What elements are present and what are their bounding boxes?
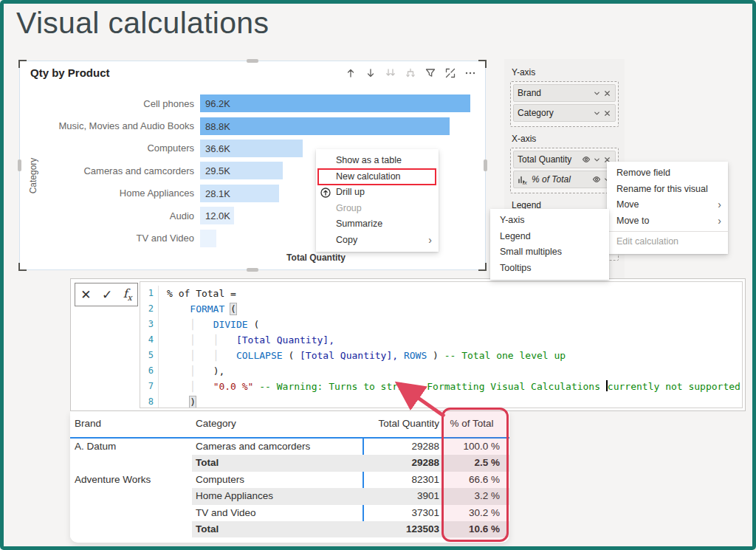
move-to-submenu: Y-axisLegendSmall multiplesTooltips bbox=[490, 209, 609, 280]
table-cell: Home Appliances bbox=[196, 488, 273, 504]
menu-item-move-to[interactable]: Move to› bbox=[607, 213, 728, 230]
matrix-table: Brand Category Total Quantity % of Total… bbox=[70, 411, 509, 543]
resize-handle-left[interactable] bbox=[18, 159, 21, 171]
field-pill-total-quantity[interactable]: Total Quantity bbox=[513, 151, 616, 168]
table-cell: Computers bbox=[196, 472, 244, 488]
menu-item-y-axis[interactable]: Y-axis bbox=[490, 213, 609, 229]
data-bar[interactable] bbox=[200, 94, 470, 112]
eye-icon[interactable] bbox=[592, 175, 601, 184]
menu-item-remove-field[interactable]: Remove field bbox=[607, 165, 728, 182]
eye-icon[interactable] bbox=[582, 155, 591, 164]
menu-item-legend[interactable]: Legend bbox=[490, 229, 609, 245]
field-pill-label: Brand bbox=[518, 88, 591, 98]
data-bar[interactable] bbox=[200, 117, 450, 135]
table-cell: 10.6 % bbox=[443, 521, 504, 537]
column-header-pct-of-total[interactable]: % of Total bbox=[443, 418, 501, 429]
resize-handle-top[interactable] bbox=[247, 59, 258, 63]
arrow-down-icon[interactable] bbox=[365, 67, 377, 79]
code-line: 2 FORMAT ( bbox=[140, 301, 742, 317]
resize-handle-right[interactable] bbox=[484, 159, 487, 171]
chevron-down-icon[interactable] bbox=[593, 109, 601, 117]
chevron-down-icon[interactable] bbox=[593, 89, 601, 97]
menu-item-group: Group bbox=[316, 201, 439, 217]
commit-formula-button[interactable]: ✓ bbox=[102, 287, 112, 303]
table-cell: 3.2 % bbox=[443, 488, 504, 504]
line-number: 8 bbox=[140, 394, 154, 408]
code-text: │ ), bbox=[158, 363, 224, 379]
code-line: 7 │ "0.0 %" -- Warning: Turns to string.… bbox=[140, 379, 742, 394]
dax-code-area[interactable]: 1% of Total =2 FORMAT (3 │ DIVIDE (4 │ │… bbox=[140, 281, 743, 408]
field-pill-category[interactable]: Category bbox=[513, 104, 616, 122]
x-axis-title: Total Quantity bbox=[194, 252, 438, 263]
table-cell: 66.6 % bbox=[443, 472, 504, 488]
menu-item-label: Legend bbox=[500, 231, 531, 241]
field-well-x-axis[interactable]: Total Quantityfx% of Total bbox=[510, 148, 619, 193]
menu-item-new-calculation[interactable]: New calculation bbox=[316, 169, 439, 185]
cancel-formula-button[interactable]: ✕ bbox=[80, 287, 91, 303]
double-arrow-down-icon bbox=[385, 67, 396, 79]
column-header-category[interactable]: Category bbox=[196, 418, 236, 429]
remove-field-icon[interactable] bbox=[603, 109, 611, 117]
menu-item-small-multiples[interactable]: Small multiples bbox=[490, 244, 609, 261]
expand-next-level-icon bbox=[405, 67, 416, 79]
remove-field-icon[interactable] bbox=[603, 89, 611, 97]
focus-mode-icon[interactable] bbox=[444, 67, 456, 79]
chevron-down-icon[interactable] bbox=[593, 156, 601, 164]
code-text: ) bbox=[158, 394, 196, 408]
chart-row: Cell phones96.2K bbox=[26, 92, 473, 114]
category-axis-label: Computers bbox=[26, 142, 200, 154]
arrow-up-icon[interactable] bbox=[345, 67, 357, 79]
table-row[interactable]: A. DatumCameras and camcorders29288100.0… bbox=[70, 439, 509, 455]
field-options-menu: Remove fieldRename for this visualMove›M… bbox=[607, 162, 728, 254]
page: Visual calculations Qty by Product Categ… bbox=[0, 0, 756, 550]
menu-item-label: Summarize bbox=[336, 219, 382, 229]
submenu-chevron-icon: › bbox=[718, 213, 721, 230]
category-axis-label: Audio bbox=[26, 210, 200, 221]
table-cell: Total bbox=[196, 521, 219, 537]
column-header-brand[interactable]: Brand bbox=[75, 418, 101, 429]
visual-header-toolbar bbox=[345, 67, 476, 79]
bar-data-label: 28.1K bbox=[205, 188, 230, 199]
column-header-total-quantity[interactable]: Total Quantity bbox=[363, 418, 439, 429]
selection-corner-top-left bbox=[18, 60, 27, 68]
menu-item-tooltips[interactable]: Tooltips bbox=[490, 261, 609, 277]
field-pill-label: % of Total bbox=[532, 174, 590, 185]
menu-item-label: Copy bbox=[336, 235, 357, 245]
table-cell: 29288 bbox=[363, 439, 439, 455]
table-cell: 2.5 % bbox=[443, 455, 504, 471]
table-row[interactable]: TV and Video3730130.2 % bbox=[70, 505, 509, 521]
menu-item-summarize[interactable]: Summarize bbox=[316, 216, 439, 233]
menu-divider bbox=[607, 231, 728, 232]
bar-data-label: 88.8K bbox=[205, 120, 230, 131]
menu-item-label: Y-axis bbox=[500, 215, 525, 225]
line-number: 1 bbox=[140, 286, 154, 301]
menu-item-copy[interactable]: Copy› bbox=[316, 233, 439, 249]
field-pill-brand[interactable]: Brand bbox=[513, 84, 616, 102]
menu-item-move[interactable]: Move› bbox=[607, 197, 728, 213]
table-row[interactable]: Total12350310.6 % bbox=[70, 521, 509, 537]
category-axis-label: Cell phones bbox=[26, 98, 200, 109]
filter-icon[interactable] bbox=[425, 67, 436, 79]
code-text: % of Total = bbox=[158, 286, 236, 301]
menu-item-show-as-a-table[interactable]: Show as a table bbox=[316, 153, 439, 169]
line-number: 2 bbox=[140, 301, 154, 317]
visual-context-menu: Show as a tableNew calculationDrill upGr… bbox=[316, 149, 439, 252]
code-line: 1% of Total = bbox=[140, 286, 742, 301]
field-pill-of-total[interactable]: fx% of Total bbox=[513, 171, 616, 188]
submenu-chevron-icon: › bbox=[428, 233, 432, 249]
table-row[interactable]: Adventure WorksComputers8230166.6 % bbox=[70, 472, 509, 488]
data-bar[interactable] bbox=[200, 230, 216, 247]
fx-button[interactable]: fx bbox=[123, 286, 132, 303]
menu-item-rename-for-this-visual[interactable]: Rename for this visual bbox=[607, 182, 728, 198]
menu-item-label: Group bbox=[336, 203, 362, 213]
menu-item-label: Move bbox=[616, 199, 639, 210]
drill-up-icon bbox=[320, 188, 331, 198]
category-axis-label: TV and Video bbox=[26, 233, 200, 244]
selection-corner-bottom-left bbox=[18, 263, 27, 271]
menu-item-drill-up[interactable]: Drill up bbox=[316, 185, 439, 201]
table-row[interactable]: Home Appliances39013.2 % bbox=[70, 488, 509, 504]
table-row[interactable]: Total292882.5 % bbox=[70, 455, 509, 471]
field-well-y-axis[interactable]: BrandCategory bbox=[510, 81, 619, 127]
resize-handle-bottom[interactable] bbox=[247, 268, 258, 272]
more-options-icon[interactable] bbox=[464, 67, 476, 79]
